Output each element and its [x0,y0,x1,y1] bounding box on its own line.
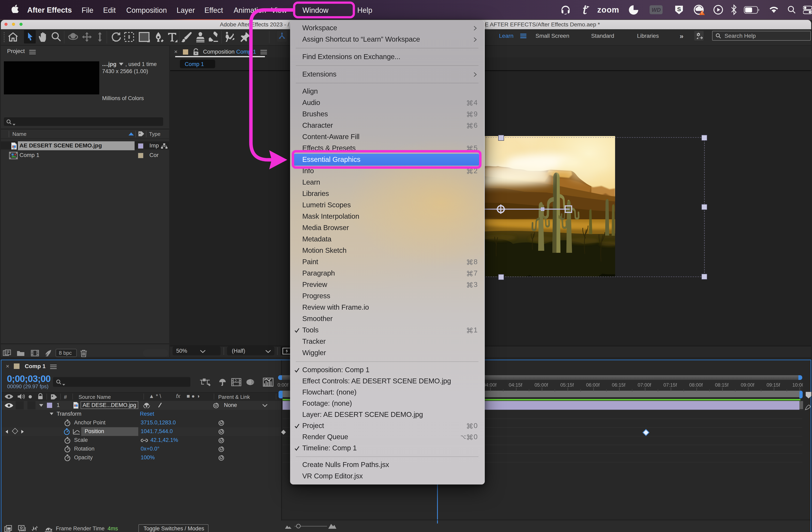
svg-text:S: S [677,6,681,12]
svg-text:!: ! [701,11,702,15]
